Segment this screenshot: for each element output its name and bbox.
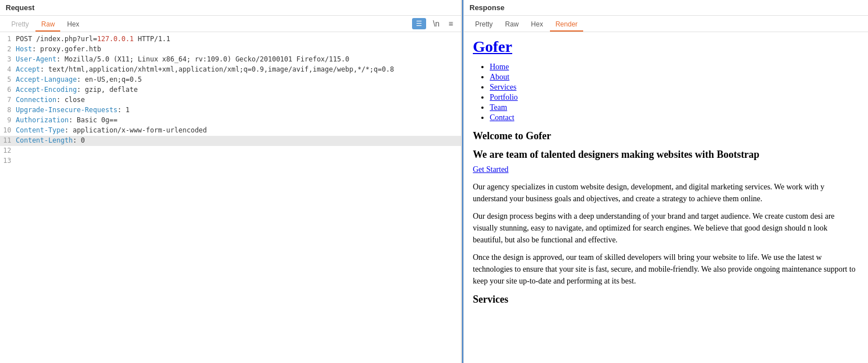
code-line: 6Accept-Encoding: gzip, deflate (0, 85, 461, 95)
line-number: 5 (0, 76, 16, 83)
tab-response-raw[interactable]: Raw (499, 18, 524, 32)
code-line: 13 (0, 156, 461, 166)
line-number: 1 (0, 35, 16, 43)
line-number: 4 (0, 65, 16, 73)
line-content: Accept-Encoding: gzip, deflate (16, 86, 461, 94)
request-action-btn[interactable]: ☰ (412, 18, 426, 29)
line-number: 7 (0, 96, 16, 104)
body-paragraph: Our design process begins with a deep un… (473, 210, 859, 246)
body-paragraphs: Our agency specializes in custom website… (473, 181, 859, 287)
line-number: 10 (0, 126, 16, 134)
line-content: Accept-Language: en-US,en;q=0.5 (16, 76, 461, 83)
line-content: Authorization: Basic 0g== (16, 116, 461, 124)
request-menu-icon[interactable]: ≡ (446, 18, 455, 29)
line-content: Upgrade-Insecure-Requests: 1 (16, 106, 461, 114)
response-panel: Response Pretty Raw Hex Render Gofer Hom… (464, 0, 868, 363)
body-paragraph: Once the design is approved, our team of… (473, 251, 859, 287)
code-line: 3User-Agent: Mozilla/5.0 (X11; Linux x86… (0, 55, 461, 65)
line-number: 12 (0, 147, 16, 154)
line-content: Host: proxy.gofer.htb (16, 45, 461, 53)
nav-item: Portfolio (490, 93, 859, 102)
nav-item: Team (490, 103, 859, 112)
request-wrap-icon[interactable]: \n (431, 18, 442, 29)
request-panel: Request Pretty Raw Hex ☰ \n ≡ 1POST /ind… (0, 0, 462, 363)
line-number: 9 (0, 116, 16, 124)
code-line: 2Host: proxy.gofer.htb (0, 45, 461, 55)
nav-link[interactable]: About (490, 73, 509, 81)
request-code-area: 1POST /index.php?url=127.0.0.1 HTTP/1.12… (0, 32, 461, 363)
line-content: User-Agent: Mozilla/5.0 (X11; Linux x86_… (16, 55, 461, 63)
code-line: 8Upgrade-Insecure-Requests: 1 (0, 105, 461, 116)
code-line: 12 (0, 146, 461, 156)
get-started-link[interactable]: Get Started (473, 165, 859, 174)
tab-response-hex[interactable]: Hex (525, 18, 548, 32)
code-line: 9Authorization: Basic 0g== (0, 116, 461, 126)
code-line: 5Accept-Language: en-US,en;q=0.5 (0, 75, 461, 85)
request-tab-actions: ☰ \n ≡ (412, 18, 455, 32)
code-line: 10Content-Type: application/x-www-form-u… (0, 126, 461, 136)
tab-response-pretty[interactable]: Pretty (469, 18, 498, 32)
line-number: 3 (0, 55, 16, 63)
tab-request-raw[interactable]: Raw (35, 18, 60, 32)
line-content: Content-Type: application/x-www-form-url… (16, 126, 461, 134)
nav-link[interactable]: Portfolio (490, 93, 518, 101)
line-number: 13 (0, 157, 16, 165)
nav-link[interactable]: Services (490, 83, 516, 91)
nav-item: About (490, 73, 859, 82)
nav-item: Services (490, 83, 859, 92)
request-tabs-bar: Pretty Raw Hex ☰ \n ≡ (0, 16, 461, 32)
welcome-heading: Welcome to Gofer (473, 130, 859, 142)
render-content: Gofer HomeAboutServicesPortfolioTeamCont… (464, 32, 868, 363)
response-panel-title: Response (464, 0, 868, 16)
line-number: 6 (0, 86, 16, 94)
code-line: 7Connection: close (0, 95, 461, 105)
code-line: 4Accept: text/html,application/xhtml+xml… (0, 65, 461, 75)
tab-request-hex[interactable]: Hex (61, 18, 84, 32)
line-number: 11 (0, 136, 16, 144)
code-line: 11Content-Length: 0 (0, 136, 461, 146)
nav-item: Contact (490, 113, 859, 122)
line-content: Accept: text/html,application/xhtml+xml,… (16, 65, 461, 73)
line-number: 8 (0, 106, 16, 114)
nav-link[interactable]: Home (490, 63, 509, 71)
line-number: 2 (0, 45, 16, 53)
nav-item: Home (490, 63, 859, 72)
tab-response-render[interactable]: Render (550, 18, 583, 32)
nav-link[interactable]: Contact (490, 113, 514, 122)
tagline-heading: We are team of talented designers making… (473, 149, 859, 161)
tab-request-pretty[interactable]: Pretty (6, 18, 34, 32)
body-paragraph: Our agency specializes in custom website… (473, 181, 859, 205)
response-tabs-bar: Pretty Raw Hex Render (464, 16, 868, 32)
services-heading: Services (473, 294, 859, 306)
panel-divider[interactable] (462, 0, 464, 363)
line-content: Connection: close (16, 96, 461, 104)
request-panel-title: Request (0, 0, 461, 16)
nav-link[interactable]: Team (490, 103, 507, 112)
code-line: 1POST /index.php?url=127.0.0.1 HTTP/1.1 (0, 34, 461, 45)
site-title[interactable]: Gofer (473, 38, 859, 56)
line-content: Content-Length: 0 (16, 136, 461, 144)
nav-list: HomeAboutServicesPortfolioTeamContact (473, 63, 859, 122)
line-content: POST /index.php?url=127.0.0.1 HTTP/1.1 (16, 35, 461, 43)
